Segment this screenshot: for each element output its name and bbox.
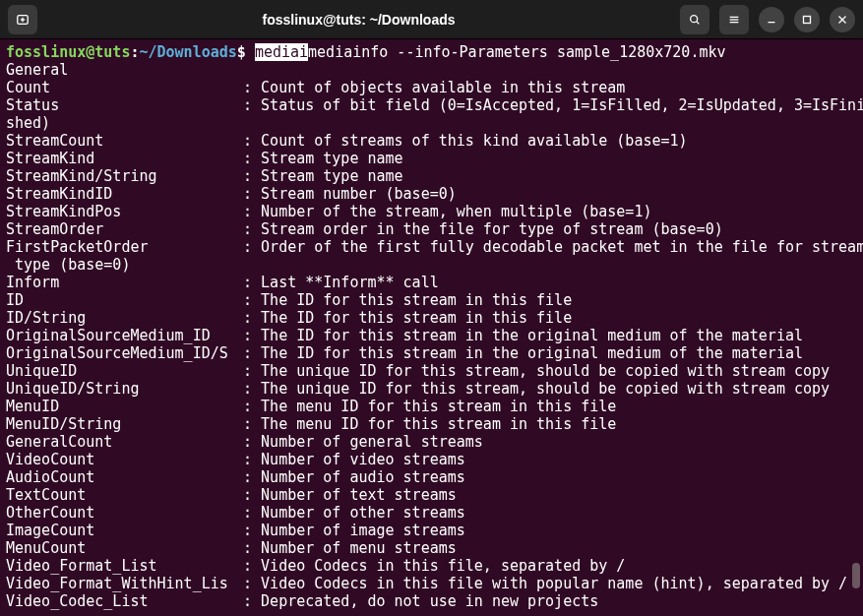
parameter-row: StreamKindID : Stream number (base=0) [6, 185, 857, 203]
parameter-row: Status : Status of bit field (0=IsAccept… [6, 96, 857, 114]
parameter-row: Count : Count of objects available in th… [6, 79, 857, 96]
parameter-value: Number of text streams [261, 486, 457, 504]
parameter-value: The unique ID for this stream, should be… [261, 380, 830, 398]
parameter-key: VideoCount [6, 451, 234, 468]
hamburger-icon [727, 13, 741, 27]
parameter-sep: : [234, 96, 261, 114]
parameter-key: ID [6, 291, 234, 309]
close-icon [835, 13, 849, 27]
parameter-row: StreamKind/String : Stream type name [6, 167, 857, 185]
prompt-highlight: mediai [255, 43, 308, 61]
parameter-sep: : [234, 79, 261, 96]
parameter-key: Video_Codec_List [6, 592, 234, 610]
parameter-sep: : [234, 433, 261, 451]
parameter-key: OtherCount [6, 504, 234, 522]
prompt-command: mediainfo --info-Parameters sample_1280x… [308, 43, 725, 61]
parameter-sep: : [234, 291, 261, 309]
parameter-row: VideoCount : Number of video streams [6, 451, 857, 468]
parameter-row: MenuID : The menu ID for this stream in … [6, 398, 857, 415]
window-title: fosslinux@tuts: ~/Downloads [45, 12, 672, 28]
close-button[interactable] [830, 7, 855, 32]
maximize-icon [800, 13, 814, 27]
parameter-key: StreamKind [6, 150, 234, 167]
parameter-value: Number of video streams [261, 451, 465, 468]
parameter-sep: : [234, 167, 261, 185]
parameter-value: Number of the stream, when multiple (bas… [261, 203, 651, 220]
maximize-button[interactable] [794, 7, 820, 32]
parameter-sep: : [234, 522, 261, 539]
parameter-key: ImageCount [6, 522, 234, 539]
parameter-row: StreamOrder : Stream order in the file f… [6, 220, 857, 238]
parameter-key: Inform [6, 274, 234, 291]
parameter-value: The menu ID for this stream in this file [261, 415, 616, 433]
svg-rect-9 [804, 16, 811, 23]
scrollbar-thumb[interactable] [852, 563, 860, 588]
parameter-key: FirstPacketOrder [6, 238, 234, 256]
parameter-value: Number of menu streams [261, 539, 457, 557]
parameter-row: GeneralCount : Number of general streams [6, 433, 857, 451]
parameter-sep: : [234, 539, 261, 557]
parameter-key: ID/String [6, 309, 234, 327]
parameter-sep: : [234, 486, 261, 504]
parameter-value: Number of audio streams [261, 468, 465, 486]
parameter-value: Stream number (base=0) [261, 185, 457, 203]
parameter-row: AudioCount : Number of audio streams [6, 468, 857, 486]
prompt-user: fosslinux@tuts [6, 43, 130, 61]
parameter-value: Status of bit field (0=IsAccepted, 1=IsF… [261, 96, 863, 114]
parameter-sep: : [234, 274, 261, 291]
parameter-value: Stream type name [261, 150, 403, 167]
new-tab-icon [16, 13, 30, 27]
parameter-row: Video_Codec_List : Deprecated, do not us… [6, 592, 857, 610]
parameter-row: OriginalSourceMedium_ID : The ID for thi… [6, 327, 857, 344]
parameter-row: ID : The ID for this stream in this file [6, 291, 857, 309]
parameter-sep: : [234, 220, 261, 238]
parameter-key: StreamKind/String [6, 167, 234, 185]
parameter-key: Video_Format_WithHint_Lis [6, 575, 234, 592]
parameter-sep: : [234, 132, 261, 150]
parameter-sep: : [234, 309, 261, 327]
new-tab-button[interactable] [8, 5, 37, 34]
minimize-button[interactable] [759, 7, 784, 32]
search-icon [688, 13, 702, 27]
parameter-continuation: type (base=0) [6, 256, 857, 274]
terminal-output[interactable]: fosslinux@tuts:~/Downloads$ mediaimediai… [0, 39, 863, 614]
parameter-value: Order of the first fully decodable packe… [261, 238, 863, 256]
parameter-key: OriginalSourceMedium_ID/S [6, 344, 234, 362]
parameter-row: MenuCount : Number of menu streams [6, 539, 857, 557]
search-button[interactable] [680, 5, 709, 34]
parameter-row: UniqueID/String : The unique ID for this… [6, 380, 857, 398]
parameter-value: The unique ID for this stream, should be… [261, 362, 830, 380]
parameter-key: Count [6, 79, 234, 96]
parameter-sep: : [234, 185, 261, 203]
parameter-row: MenuID/String : The menu ID for this str… [6, 415, 857, 433]
parameter-list: Count : Count of objects available in th… [6, 79, 857, 610]
menu-button[interactable] [719, 5, 749, 34]
svg-line-4 [697, 21, 700, 24]
parameter-sep: : [234, 203, 261, 220]
parameter-sep: : [234, 362, 261, 380]
parameter-value: Number of other streams [261, 504, 465, 522]
parameter-key: MenuCount [6, 539, 234, 557]
minimize-icon [765, 13, 778, 27]
parameter-value: Last **Inform** call [261, 274, 439, 291]
parameter-key: MenuID [6, 398, 234, 415]
svg-point-3 [691, 15, 698, 22]
parameter-sep: : [234, 327, 261, 344]
parameter-sep: : [234, 504, 261, 522]
parameter-row: Video_Format_WithHint_Lis : Video Codecs… [6, 575, 857, 592]
parameter-value: Number of general streams [261, 433, 483, 451]
parameter-key: StreamOrder [6, 220, 234, 238]
parameter-value: The menu ID for this stream in this file [261, 398, 616, 415]
parameter-value: Number of image streams [261, 522, 465, 539]
parameter-row: UniqueID : The unique ID for this stream… [6, 362, 857, 380]
parameter-key: TextCount [6, 486, 234, 504]
parameter-value: Stream type name [261, 167, 403, 185]
parameter-key: Video_Format_List [6, 557, 234, 575]
parameter-value: Video Codecs in this file, separated by … [261, 557, 625, 575]
parameter-value: Deprecated, do not use in new projects [261, 592, 598, 610]
parameter-value: Count of streams of this kind available … [261, 132, 687, 150]
parameter-key: StreamCount [6, 132, 234, 150]
parameter-sep: : [234, 415, 261, 433]
parameter-key: UniqueID/String [6, 380, 234, 398]
parameter-key: StreamKindPos [6, 203, 234, 220]
